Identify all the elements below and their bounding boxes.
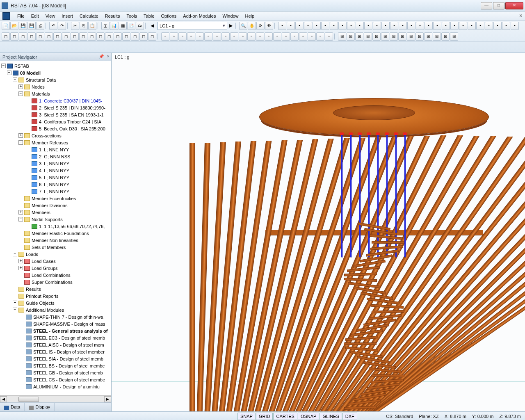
- menu-file[interactable]: File: [14, 13, 28, 19]
- view-icon[interactable]: 👁: [265, 22, 273, 30]
- tool-icon[interactable]: ▫: [170, 32, 178, 41]
- tool-icon[interactable]: •: [399, 22, 407, 30]
- menu-tools[interactable]: Tools: [123, 13, 140, 19]
- tool-icon[interactable]: ▫: [256, 32, 264, 41]
- tool-icon[interactable]: •: [356, 22, 364, 30]
- menu-options[interactable]: Options: [158, 13, 180, 19]
- save-icon[interactable]: 💾: [19, 22, 27, 30]
- tool-icon[interactable]: •: [278, 22, 286, 30]
- print-icon[interactable]: 🖨: [36, 22, 44, 30]
- menu-help[interactable]: Help: [242, 13, 258, 19]
- tree-mod-7[interactable]: STEEL BS - Design of steel membe: [33, 363, 105, 369]
- tool-icon[interactable]: ▫: [196, 32, 204, 41]
- tree-materials[interactable]: Materials: [32, 91, 50, 97]
- tree-mod-8[interactable]: STEEL GB - Design of steel memb: [33, 370, 103, 376]
- tool-icon[interactable]: ◻: [131, 32, 139, 41]
- tool-icon[interactable]: •: [381, 22, 390, 30]
- lc-next-icon[interactable]: ▶: [229, 23, 233, 28]
- tool-icon[interactable]: ◻: [2, 32, 10, 41]
- tab-data[interactable]: Data: [0, 403, 25, 411]
- 3d-viewport[interactable]: LC1 : g: [112, 53, 525, 411]
- tree-mod-9[interactable]: STEEL CS - Design of steel membe: [33, 377, 105, 383]
- maximize-button[interactable]: □: [493, 2, 504, 9]
- tree-printout[interactable]: Printout Reports: [26, 293, 58, 299]
- menu-edit[interactable]: Edit: [28, 13, 42, 19]
- tool-icon[interactable]: ◻: [79, 32, 87, 41]
- redo-icon[interactable]: ↷: [58, 22, 66, 30]
- tool-icon[interactable]: ⊞: [424, 32, 432, 41]
- tool-icon[interactable]: ▫: [221, 32, 230, 41]
- snap-button[interactable]: SNAP: [237, 413, 256, 420]
- tree-found[interactable]: Member Elastic Foundations: [32, 230, 89, 237]
- osnap-button[interactable]: OSNAP: [298, 413, 320, 420]
- tree-rel-1[interactable]: 1: L; NNE NYY: [39, 146, 69, 153]
- zoom-icon[interactable]: 🔍: [239, 22, 247, 30]
- tool-icon[interactable]: ⊞: [398, 32, 406, 41]
- tool-icon[interactable]: •: [313, 22, 321, 30]
- tool-icon[interactable]: •: [459, 22, 467, 30]
- tool-icon[interactable]: ⊞: [381, 32, 389, 41]
- tool-icon[interactable]: ◻: [88, 32, 96, 41]
- tree-ecc[interactable]: Member Eccentricities: [32, 195, 76, 202]
- tool-icon[interactable]: ◻: [105, 32, 113, 41]
- tool-icon[interactable]: ⊞: [338, 32, 346, 41]
- tree-sets[interactable]: Sets of Members: [32, 244, 66, 251]
- tree-mod-2[interactable]: STEEL - General stress analysis of: [33, 328, 107, 334]
- navigator-icon[interactable]: 🗂: [136, 22, 144, 30]
- tool-icon[interactable]: •: [450, 22, 459, 30]
- minimize-button[interactable]: —: [481, 2, 492, 9]
- tool-icon[interactable]: ◻: [122, 32, 130, 41]
- tool-icon[interactable]: •: [347, 22, 355, 30]
- saveall-icon[interactable]: 💾: [27, 22, 36, 30]
- tool-icon[interactable]: •: [493, 22, 502, 30]
- tree-mod-5[interactable]: STEEL IS - Design of steel member: [33, 349, 105, 355]
- tool-icon[interactable]: ▫: [265, 32, 273, 41]
- tool-icon[interactable]: ⊞: [390, 32, 398, 41]
- tool-icon[interactable]: ▫: [239, 32, 247, 41]
- tree-supports[interactable]: Nodal Supports: [32, 216, 63, 223]
- undo-icon[interactable]: ↶: [49, 22, 57, 30]
- tool-icon[interactable]: ⊞: [364, 32, 372, 41]
- tree-members[interactable]: Members: [32, 209, 50, 216]
- tree-modules[interactable]: Additional Modules: [26, 307, 64, 313]
- tool-icon[interactable]: ◻: [114, 32, 122, 41]
- close-button[interactable]: ✕: [505, 2, 523, 9]
- menu-table[interactable]: Table: [140, 13, 158, 19]
- pan-icon[interactable]: ✋: [248, 22, 256, 30]
- report-icon[interactable]: 📑: [127, 22, 135, 30]
- tool-icon[interactable]: •: [433, 22, 441, 30]
- tool-icon[interactable]: •: [338, 22, 347, 30]
- tool-icon[interactable]: •: [390, 22, 398, 30]
- tool-icon[interactable]: •: [485, 22, 493, 30]
- tree-results[interactable]: Results: [26, 286, 41, 292]
- tree-nodes[interactable]: Nodes: [32, 84, 45, 90]
- tool-icon[interactable]: ▫: [187, 32, 195, 41]
- dxf-button[interactable]: DXF: [342, 413, 357, 420]
- tree-root[interactable]: RSTAB: [14, 63, 29, 69]
- tool-icon[interactable]: ◻: [71, 32, 79, 41]
- new-icon[interactable]: 📄: [2, 22, 10, 30]
- tool-icon[interactable]: •: [321, 22, 329, 30]
- menu-addons[interactable]: Add-on Modules: [180, 13, 219, 19]
- tree-mat-3[interactable]: 3: Steel S 235 | SA EN 1993-1-1: [39, 112, 104, 118]
- tree-hscroll[interactable]: ◀ ▶: [0, 395, 111, 402]
- tree-cross[interactable]: Cross-sections: [32, 132, 62, 139]
- calc-icon[interactable]: ∑: [101, 22, 110, 30]
- tree-rel-2[interactable]: 2: G; NNN NSS: [39, 153, 70, 160]
- navigator-tree[interactable]: −RSTAB −08 Modell −Structural Data +Node…: [0, 61, 111, 395]
- tool-icon[interactable]: ◻: [62, 32, 70, 41]
- tree-mat-1[interactable]: 1: Concrete C30/37 | DIN 1045-: [39, 98, 103, 104]
- pin-icon[interactable]: 📌: [99, 54, 104, 59]
- tool-icon[interactable]: ⊞: [407, 32, 415, 41]
- cut-icon[interactable]: ✂: [71, 22, 79, 30]
- tool-icon[interactable]: •: [364, 22, 372, 30]
- tree-rel-3[interactable]: 3: L; NNN NYY: [39, 160, 69, 167]
- tool-icon[interactable]: •: [295, 22, 304, 30]
- tool-icon[interactable]: ⊞: [347, 32, 355, 41]
- tool-icon[interactable]: ⊞: [355, 32, 363, 41]
- tool-icon[interactable]: •: [407, 22, 415, 30]
- tool-icon[interactable]: ▫: [247, 32, 256, 41]
- tree-mod-3[interactable]: STEEL EC3 - Design of steel memb: [33, 335, 105, 341]
- tree-mod-10[interactable]: ALUMINIUM - Design of aluminiu: [33, 383, 100, 390]
- tree-sco[interactable]: Super Combinations: [32, 279, 73, 285]
